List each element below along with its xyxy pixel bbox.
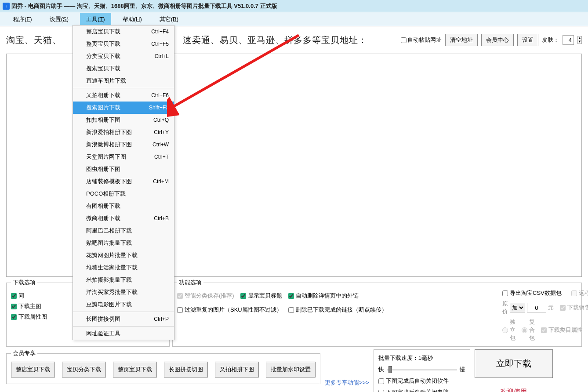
menu-b[interactable]: 其它(B) <box>160 15 178 23</box>
menu-separator <box>73 312 174 312</box>
menu-item-shortcut: Ctrl+T <box>154 154 169 160</box>
download-now-button[interactable]: 立即下载 <box>475 349 553 378</box>
settings-button[interactable]: 设置 <box>517 34 538 46</box>
app-icon: ↓ <box>3 3 10 10</box>
chk-remote-detail[interactable]: 远程详情图 <box>571 289 588 297</box>
speed-box: 批量下载速度：1毫秒 快 慢 下图完成后自动关闭软件 下图完成后自动关闭电脑 <box>374 349 470 392</box>
menu-separator <box>73 88 174 88</box>
menu-item[interactable]: 扣扣相册下图Ctrl+Q <box>73 114 174 126</box>
skin-spinner[interactable]: ▲▼ <box>577 36 582 44</box>
menu-item-label: POCO相册下载 <box>86 190 126 198</box>
btn-watermark[interactable]: 批量加水印设置 <box>266 362 316 377</box>
menu-item[interactable]: 贴吧图片批量下载 <box>73 237 174 249</box>
chk-filter-dup[interactable]: 过滤重复的图片（SKU属性图不过滤） <box>177 306 282 314</box>
menu-item[interactable]: POCO相册下载 <box>73 188 174 200</box>
auto-paste-checkbox[interactable]: 自动粘贴网址 <box>401 36 442 44</box>
menu-h[interactable]: 帮助(H) <box>123 15 142 23</box>
chk-del-done[interactable]: 删除已下载完成的链接（断点续传） <box>288 306 387 314</box>
price-value-input[interactable] <box>527 303 546 312</box>
menu-item[interactable]: 天堂图片网下图Ctrl+T <box>73 151 174 163</box>
menu-item[interactable]: 阿里巴巴相册下载 <box>73 225 174 237</box>
chk-sale-attr[interactable]: 下载销售属性 <box>560 304 588 312</box>
chk-close-soft[interactable]: 下图完成后自动关闭软件 <box>378 377 465 385</box>
menu-item[interactable]: 新浪爱拍相册下图Ctrl+Y <box>73 126 174 138</box>
menu-item-shortcut: Ctrl+Q <box>153 117 169 123</box>
menu-item[interactable]: 米拍摄影批量下载 <box>73 274 174 286</box>
menu-item-label: 天堂图片网下图 <box>86 153 126 161</box>
menu-item-label: 整页宝贝下载 <box>86 40 120 48</box>
menu-item[interactable]: 洋淘买家秀批量下载 <box>73 286 174 298</box>
menu-item-label: 阿里巴巴相册下载 <box>86 227 132 235</box>
menu-s[interactable]: 设置(S) <box>50 15 69 23</box>
menu-item-shortcut: Ctrl+L <box>155 53 169 59</box>
chk-same[interactable]: 同 <box>11 292 24 300</box>
speed-fast-label: 快 <box>378 366 384 374</box>
menu-item[interactable]: 网址验证工具 <box>73 327 174 340</box>
menu-item[interactable]: 花瓣网图片批量下载 <box>73 249 174 261</box>
menu-item[interactable]: 整页宝贝下载Ctrl+F5 <box>73 38 174 50</box>
chk-del-links[interactable]: 自动删除详情页中的外链 <box>288 292 359 300</box>
menu-item-label: 豆瓣电影图片下载 <box>86 301 132 309</box>
chk-smart-save[interactable]: 智能分类保存(推荐) <box>177 292 234 300</box>
btn-long-image[interactable]: 长图拼接切图 <box>164 362 208 377</box>
chk-cat-attr[interactable]: 下载类目属性 <box>541 326 583 334</box>
more-features-link[interactable]: 更多专享功能>>> <box>325 379 369 387</box>
menu-item-label: 图虫相册下图 <box>86 165 120 173</box>
clear-address-button[interactable]: 清空地址 <box>445 34 478 46</box>
window-title: 固乔 - 电商图片助手 —— 淘宝、天猫、1688阿里、京东、微商相册等图片批量… <box>11 2 277 10</box>
chk-export-csv[interactable]: 导出淘宝CSV数据包 <box>502 289 562 297</box>
menu-item-shortcut: Ctrl+W <box>152 142 169 148</box>
skin-label: 皮肤： <box>542 36 559 44</box>
menu-item-label: 新浪爱拍相册下图 <box>86 128 132 136</box>
menu-item-label: 分类宝贝下载 <box>86 52 120 60</box>
menu-item[interactable]: 直通车图片下载 <box>73 75 174 87</box>
radio-combo[interactable]: 复合包 <box>522 318 535 342</box>
tools-dropdown: 整店宝贝下载Ctrl+F4整页宝贝下载Ctrl+F5分类宝贝下载Ctrl+L搜索… <box>73 25 174 340</box>
member-center-button[interactable]: 会员中心 <box>481 34 514 46</box>
btn-whole-store[interactable]: 整店宝贝下载 <box>11 362 55 377</box>
menu-item-label: 扣扣相册下图 <box>86 116 120 124</box>
chk-show-title[interactable]: 显示宝贝标题 <box>240 292 282 300</box>
price-op-select[interactable]: 加 <box>510 303 525 312</box>
chk-attr-image[interactable]: 下载属性图 <box>11 313 47 321</box>
menu-item[interactable]: 新浪微博相册下图Ctrl+W <box>73 138 174 151</box>
menubar: 程序(F)设置(S)工具(T)帮助(H)其它(B) <box>0 12 588 26</box>
menu-item-label: 贴吧图片批量下载 <box>86 239 132 247</box>
menu-item-shortcut: Ctrl+F6 <box>151 92 169 98</box>
menu-t[interactable]: 工具(T) <box>80 13 111 26</box>
menu-item[interactable]: 堆糖生活家批量下载 <box>73 261 174 274</box>
menu-item[interactable]: 整店宝贝下载Ctrl+F4 <box>73 25 174 38</box>
function-options: 功能选项 智能分类保存(推荐) 显示宝贝标题 自动删除详情页中的外链 过滤重复的… <box>172 279 582 347</box>
menu-item[interactable]: 豆瓣电影图片下载 <box>73 298 174 311</box>
btn-youpai[interactable]: 又拍相册下图 <box>215 362 259 377</box>
menu-item[interactable]: 搜索图片下载Shift+F3 <box>73 102 174 114</box>
chk-main-image[interactable]: 下载主图 <box>11 302 41 310</box>
menu-f[interactable]: 程序(F) <box>13 15 32 23</box>
price-row: 原价 加 元 <box>502 300 554 316</box>
function-options-legend: 功能选项 <box>177 279 203 287</box>
menu-item-label: 堆糖生活家批量下载 <box>86 264 138 272</box>
skin-input[interactable] <box>563 35 574 45</box>
radio-single[interactable]: 独立包 <box>502 318 515 342</box>
menu-item-label: 直通车图片下载 <box>86 77 126 85</box>
menu-item[interactable]: 微商相册下载Ctrl+B <box>73 212 174 225</box>
menu-item-label: 长图拼接切图 <box>86 315 120 323</box>
menu-item[interactable]: 搜索宝贝下载 <box>73 62 174 75</box>
menu-item-shortcut: Ctrl+P <box>154 316 169 322</box>
speed-slow-label: 慢 <box>460 366 465 374</box>
menu-item[interactable]: 分类宝贝下载Ctrl+L <box>73 50 174 62</box>
menu-item-label: 微商相册下载 <box>86 214 120 222</box>
speed-label: 批量下载速度：1毫秒 <box>378 354 465 362</box>
menu-item[interactable]: 长图拼接切图Ctrl+P <box>73 313 174 325</box>
btn-whole-page[interactable]: 整页宝贝下载 <box>113 362 157 377</box>
menu-item[interactable]: 图虫相册下图 <box>73 163 174 175</box>
menu-item[interactable]: 店铺装修模板下图Ctrl+M <box>73 175 174 188</box>
chk-close-pc[interactable]: 下图完成后自动关闭电脑 <box>378 388 465 392</box>
menu-item-shortcut: Ctrl+F4 <box>151 29 169 35</box>
menu-item-label: 有图相册下载 <box>86 202 120 210</box>
btn-category[interactable]: 宝贝分类下载 <box>62 362 106 377</box>
menu-item[interactable]: 有图相册下载 <box>73 200 174 212</box>
speed-slider[interactable] <box>387 369 457 370</box>
menu-item-label: 又拍相册下载 <box>86 91 120 99</box>
menu-item[interactable]: 又拍相册下载Ctrl+F6 <box>73 89 174 102</box>
